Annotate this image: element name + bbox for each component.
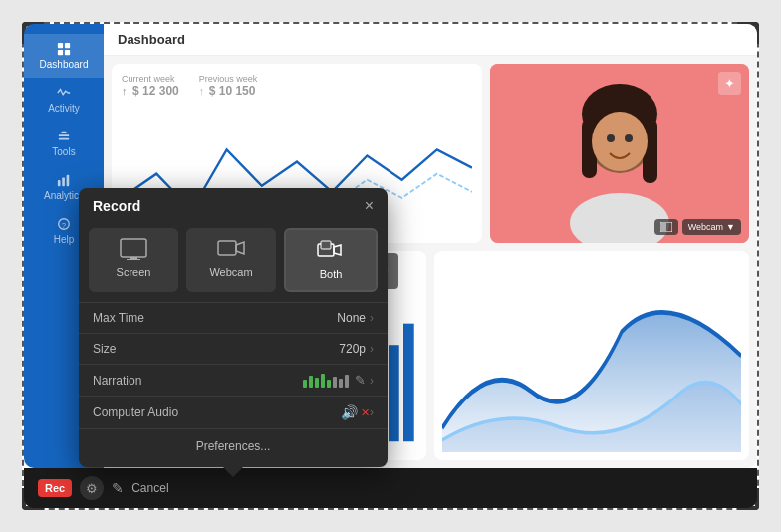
- pencil-button[interactable]: ✎: [112, 480, 124, 496]
- svg-rect-52: [321, 241, 331, 249]
- sidebar-item-label: Dashboard: [40, 59, 89, 70]
- preferences-button[interactable]: Preferences...: [79, 429, 388, 463]
- option-size: Size 720p ›: [79, 334, 388, 365]
- mode-screen-label: Screen: [117, 266, 151, 278]
- sidebar-item-label: Analytics: [44, 190, 84, 201]
- svg-rect-7: [58, 180, 61, 186]
- webcam-label-text: Webcam: [688, 222, 723, 232]
- svg-rect-4: [59, 134, 70, 136]
- sidebar-item-tools[interactable]: Tools: [24, 122, 104, 165]
- level-bar-7: [339, 379, 343, 388]
- option-size-label: Size: [93, 342, 339, 356]
- svg-rect-44: [403, 324, 414, 442]
- sidebar-item-label: Tools: [52, 146, 75, 157]
- option-narration-label: Narration: [93, 374, 303, 388]
- audio-icons: 🔊 ✕: [341, 404, 370, 420]
- svg-rect-6: [61, 132, 66, 133]
- previous-week-label: Previous week: [199, 74, 258, 84]
- level-bar-6: [333, 377, 337, 388]
- current-week-value: ↑ $ 12 300: [122, 84, 179, 108]
- svg-text:?: ?: [62, 221, 67, 230]
- svg-rect-45: [121, 239, 146, 257]
- mute-icon: ✕: [361, 406, 370, 419]
- webcam-label[interactable]: Webcam ▼: [682, 219, 741, 235]
- record-dialog-title: Record: [93, 198, 140, 214]
- option-computer-audio-label: Computer Audio: [93, 405, 341, 419]
- current-week-stat: Current week ↑ $ 12 300: [122, 74, 179, 108]
- sidebar-item-dashboard[interactable]: Dashboard: [24, 34, 104, 78]
- option-max-time: Max Time None ›: [79, 303, 388, 334]
- option-computer-audio: Computer Audio 🔊 ✕ ›: [79, 397, 388, 429]
- dialog-arrow: [223, 467, 243, 477]
- webcam-panel: ✦ Webcam ▼: [490, 64, 749, 243]
- previous-week-stat: Previous week ↑ $ 10 150: [199, 74, 258, 108]
- sidebar-item-label: Help: [54, 234, 75, 245]
- level-bar-8: [345, 375, 349, 388]
- option-narration: Narration ✎ ›: [79, 365, 388, 397]
- svg-rect-0: [58, 43, 63, 48]
- mode-both-button[interactable]: Both: [284, 228, 378, 292]
- level-bar-5: [327, 380, 331, 388]
- mode-both-label: Both: [320, 268, 343, 280]
- svg-rect-5: [59, 138, 70, 140]
- option-max-time-label: Max Time: [93, 311, 337, 325]
- record-dialog-close-button[interactable]: ×: [365, 198, 374, 214]
- svg-rect-46: [130, 257, 137, 259]
- svg-rect-8: [62, 177, 65, 186]
- gear-button[interactable]: ⚙: [80, 476, 104, 500]
- current-week-prefix: ↑: [122, 85, 128, 97]
- option-max-time-value: None: [337, 311, 366, 325]
- speaker-icon: 🔊: [341, 404, 358, 420]
- level-bar-2: [309, 376, 313, 388]
- record-dialog-header: Record ×: [79, 188, 388, 222]
- sidebar-item-activity[interactable]: Activity: [24, 78, 104, 122]
- webcam-size-btn[interactable]: [654, 219, 678, 235]
- rec-badge: Rec: [38, 479, 72, 497]
- chevron-right-icon[interactable]: ›: [370, 342, 374, 356]
- svg-rect-3: [65, 50, 70, 55]
- level-bar-1: [303, 380, 307, 388]
- svg-rect-22: [661, 223, 666, 231]
- record-dialog: Record × Screen Webcam: [79, 188, 388, 467]
- wand-button[interactable]: ✦: [718, 72, 741, 95]
- area-chart-panel: [434, 251, 749, 460]
- chevron-right-icon[interactable]: ›: [370, 405, 374, 419]
- mode-webcam-button[interactable]: Webcam: [186, 228, 276, 292]
- mode-screen-button[interactable]: Screen: [89, 228, 178, 292]
- current-week-label: Current week: [122, 74, 179, 84]
- level-bars: [303, 374, 349, 388]
- svg-marker-49: [236, 242, 244, 254]
- svg-rect-9: [67, 175, 70, 186]
- svg-rect-43: [389, 345, 399, 441]
- svg-rect-1: [65, 43, 70, 48]
- svg-point-17: [592, 112, 648, 171]
- svg-marker-51: [334, 245, 341, 255]
- level-bar-4: [321, 374, 325, 388]
- dashboard-header: Dashboard: [104, 24, 757, 56]
- outer-frame: Dashboard Activity Tools Analytics ? Hel…: [22, 22, 759, 510]
- webcam-toolbar: Webcam ▼: [498, 219, 741, 235]
- previous-week-value: ↑ $ 10 150: [199, 84, 258, 105]
- stats-row: Current week ↑ $ 12 300 Previous week ↑: [122, 74, 472, 108]
- svg-rect-47: [127, 259, 140, 260]
- svg-rect-2: [58, 50, 63, 55]
- edit-icon[interactable]: ✎: [355, 373, 366, 388]
- bottom-bar: Rec ⚙ ✎ Cancel: [24, 468, 757, 508]
- mode-webcam-label: Webcam: [209, 266, 252, 278]
- level-bar-3: [315, 378, 319, 388]
- dashboard-title: Dashboard: [118, 32, 185, 47]
- sidebar-item-label: Activity: [48, 103, 80, 114]
- webcam-dropdown-arrow: ▼: [726, 222, 735, 232]
- record-options: Max Time None › Size 720p › Narration: [79, 302, 388, 429]
- chevron-right-icon[interactable]: ›: [370, 311, 374, 325]
- option-size-value: 720p: [339, 342, 366, 356]
- chevron-right-icon[interactable]: ›: [370, 374, 374, 388]
- webcam-image: [490, 64, 749, 243]
- narration-bar: ✎: [303, 373, 370, 388]
- record-mode-row: Screen Webcam Both: [79, 222, 388, 302]
- cancel-button[interactable]: Cancel: [131, 481, 168, 495]
- svg-rect-48: [218, 241, 236, 255]
- svg-point-20: [625, 134, 633, 142]
- svg-point-19: [607, 134, 615, 142]
